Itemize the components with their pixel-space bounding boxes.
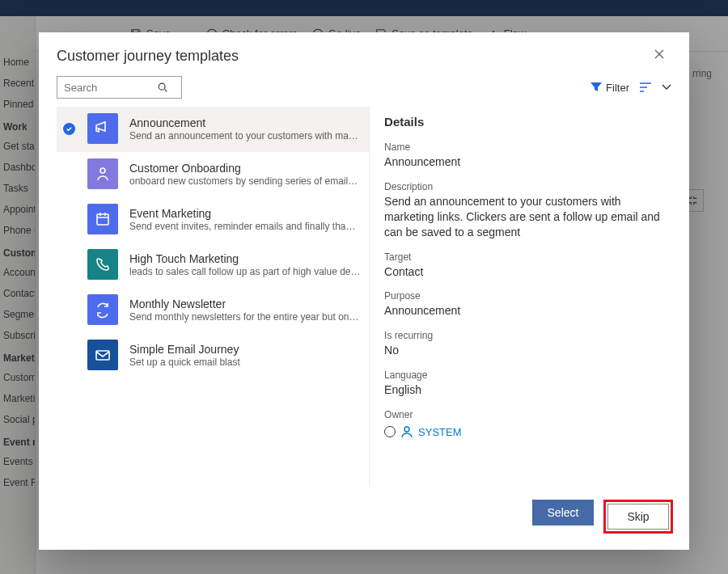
svg-rect-5 [97,214,108,225]
field-label: Is recurring [384,330,668,341]
close-button[interactable] [647,45,671,66]
template-picker-dialog: Customer journey templates Filter Announ… [39,32,689,550]
template-item[interactable]: Announcement Send an announcement to you… [57,107,369,152]
template-text: Monthly Newsletter Send monthly newslett… [129,298,361,323]
template-description: onboard new customers by sending series … [129,175,361,187]
template-item[interactable]: Monthly Newsletter Send monthly newslett… [57,288,369,333]
template-item[interactable]: Event Marketing Send event invites, remi… [57,197,369,243]
dialog-title: Customer journey templates [57,48,239,65]
field-value: Announcement [384,303,668,319]
field-value: Send an announcement to your customers w… [384,194,668,240]
template-description: Set up a quick email blast [129,357,361,368]
template-name: High Touch Marketing [129,252,361,265]
svg-point-4 [100,168,105,173]
field-label: Owner [384,409,668,420]
template-name: Announcement [129,116,361,129]
template-description: Send monthly newsletters for the entire … [129,311,361,323]
phone-icon [87,249,118,280]
svg-point-7 [404,427,409,432]
svg-rect-6 [96,351,109,360]
search-icon [157,82,168,93]
search-input-wrapper[interactable] [57,76,182,99]
field-label: Description [384,181,668,192]
filter-button[interactable]: Filter [590,82,629,94]
skip-button[interactable]: Skip [607,504,669,530]
field-value: Announcement [384,154,668,170]
person-icon [87,158,118,189]
field-value: Contact [384,264,668,280]
field-value: No [384,343,668,358]
template-text: Event Marketing Send event invites, remi… [129,207,361,232]
template-name: Monthly Newsletter [129,298,361,310]
template-list: Announcement Send an announcement to you… [57,107,370,487]
skip-highlight: Skip [603,500,673,534]
dialog-footer: Select Skip [39,487,689,550]
template-text: Simple Email Journey Set up a quick emai… [129,343,361,368]
filter-label: Filter [606,82,629,94]
template-description: Send an announcement to your customers w… [129,130,361,141]
template-name: Customer Onboarding [129,162,361,175]
dialog-header: Customer journey templates [39,32,689,74]
svg-point-3 [159,83,165,90]
dialog-body: Announcement Send an announcement to you… [39,107,689,487]
check-circle-icon [63,123,75,135]
funnel-icon [590,82,602,92]
field-value: English [384,382,668,398]
calendar-icon [87,204,118,234]
field-label: Language [384,369,668,381]
field-label: Purpose [384,290,668,302]
template-item[interactable]: Customer Onboarding onboard new customer… [57,152,369,197]
template-checkmark [61,123,76,135]
template-text: High Touch Marketing leads to sales call… [129,252,361,277]
owner-name[interactable]: SYSTEM [418,426,461,438]
search-input[interactable] [64,82,157,94]
field-label: Target [384,251,668,263]
template-item[interactable]: High Touch Marketing leads to sales call… [57,243,369,288]
person-icon [400,425,413,438]
chevron-down-icon[interactable] [662,83,671,91]
template-text: Announcement Send an announcement to you… [129,116,361,141]
close-icon [654,49,665,60]
field-label: Name [384,141,668,153]
template-text: Customer Onboarding onboard new customer… [129,162,361,187]
refresh-icon [87,294,118,325]
owner-row: SYSTEM [384,425,668,438]
template-description: Send event invites, reminder emails and … [129,221,361,232]
mail-icon [87,340,118,370]
sort-icon[interactable] [639,82,652,93]
select-button[interactable]: Select [532,500,594,525]
template-name: Simple Email Journey [129,343,361,356]
template-description: leads to sales call follow up as part of… [129,266,361,277]
megaphone-icon [87,113,118,144]
owner-status-icon [384,426,396,437]
details-panel: Details Name Announcement Description Se… [370,107,671,487]
details-heading: Details [384,115,668,129]
template-item[interactable]: Simple Email Journey Set up a quick emai… [57,333,369,378]
toolbar-right: Filter [590,82,671,94]
template-name: Event Marketing [129,207,361,220]
dialog-toolbar: Filter [39,74,689,107]
